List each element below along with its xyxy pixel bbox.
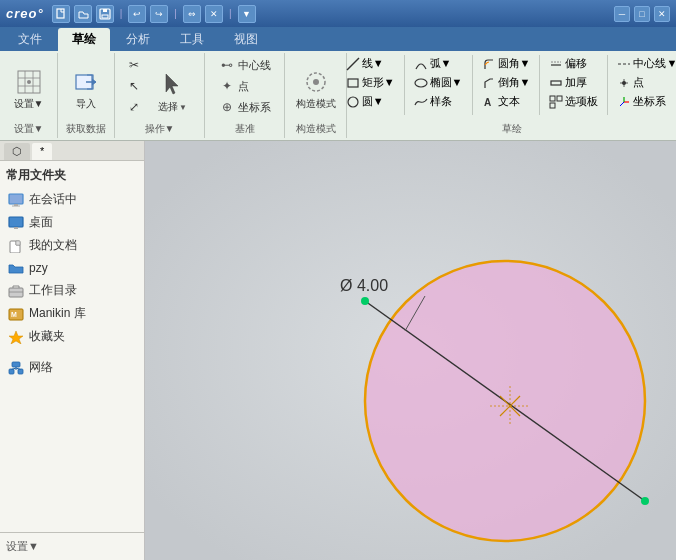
extra-btn[interactable]: ▼ bbox=[238, 5, 256, 23]
svg-rect-35 bbox=[14, 227, 18, 229]
sidebar-tab-star[interactable]: * bbox=[32, 143, 52, 160]
svg-rect-44 bbox=[9, 369, 14, 374]
network-label: 网络 bbox=[29, 359, 53, 376]
arc-icon bbox=[414, 57, 428, 71]
sketch-col1: 线▼ 矩形▼ 圆▼ bbox=[343, 55, 398, 110]
round-icon bbox=[482, 57, 496, 71]
select-btn[interactable]: 选择 ▼ bbox=[148, 62, 198, 124]
coord-btn[interactable]: ⊕ 坐标系 bbox=[215, 97, 275, 117]
tab-analysis[interactable]: 分析 bbox=[112, 28, 164, 51]
sidebar-tab-hex[interactable]: ⬡ bbox=[4, 143, 30, 160]
network-icon bbox=[8, 360, 24, 376]
tab-file[interactable]: 文件 bbox=[4, 28, 56, 51]
select-label: 选择 bbox=[158, 100, 178, 114]
point-btn[interactable]: ✦ 点 bbox=[215, 76, 275, 96]
tab-view[interactable]: 视图 bbox=[220, 28, 272, 51]
import-btn[interactable]: 导入 bbox=[64, 58, 108, 120]
endpoint-right bbox=[641, 497, 649, 505]
arc-btn[interactable]: 弧▼ bbox=[411, 55, 466, 72]
scissors-btn[interactable]: ✂ bbox=[122, 55, 146, 75]
folder-pzy-icon bbox=[8, 260, 24, 276]
sketch-col5: 中心线▼ 点 坐标系 bbox=[614, 55, 676, 110]
point-label: 点 bbox=[238, 79, 249, 94]
title-bar: creo° | ↩ ↪ | ⇔ ✕ | ▼ ─ □ ✕ bbox=[0, 0, 676, 27]
thicken-icon bbox=[549, 76, 563, 90]
session-label: 在会话中 bbox=[29, 191, 77, 208]
svg-rect-34 bbox=[9, 217, 23, 227]
sk-centerline-btn[interactable]: 中心线▼ bbox=[614, 55, 676, 72]
star-icon bbox=[8, 329, 24, 345]
sidebar-item-workdir[interactable]: 工作目录 bbox=[4, 279, 140, 302]
sidebar-item-pzy[interactable]: pzy bbox=[4, 257, 140, 279]
manikin-label: Manikin 库 bbox=[29, 305, 86, 322]
sidebar-item-network[interactable]: 网络 bbox=[4, 356, 140, 379]
open-btn[interactable] bbox=[74, 5, 92, 23]
mirror-btn[interactable]: ⇔ bbox=[183, 5, 201, 23]
point-icon: ✦ bbox=[219, 78, 235, 94]
group-base: ⊷ 中心线 ✦ 点 ⊕ 坐标系 基准 bbox=[205, 53, 285, 138]
chamfer-icon bbox=[482, 76, 496, 90]
save-btn[interactable] bbox=[96, 5, 114, 23]
sidebar-item-desktop[interactable]: 桌面 bbox=[4, 211, 140, 234]
svg-rect-3 bbox=[103, 9, 107, 12]
svg-rect-21 bbox=[550, 96, 555, 101]
tab-sketch[interactable]: 草绘 bbox=[58, 28, 110, 51]
svg-point-18 bbox=[415, 79, 427, 87]
undo-btn[interactable]: ↩ bbox=[128, 5, 146, 23]
svg-marker-12 bbox=[166, 74, 178, 94]
mirror-op-btn[interactable]: ⤢ bbox=[122, 97, 146, 117]
sidebar-settings-btn[interactable]: 设置▼ bbox=[4, 537, 140, 556]
group-get-data: 导入 获取数据 bbox=[58, 53, 115, 138]
redo-btn[interactable]: ↪ bbox=[150, 5, 168, 23]
svg-rect-22 bbox=[557, 96, 562, 101]
sketch-col4: 偏移 加厚 选项板 bbox=[546, 55, 601, 110]
sep-sketch-4 bbox=[607, 55, 608, 115]
window-close-btn[interactable]: ✕ bbox=[654, 6, 670, 22]
monitor-icon bbox=[8, 192, 24, 208]
minimize-btn[interactable]: ─ bbox=[614, 6, 630, 22]
line-btn[interactable]: 线▼ bbox=[343, 55, 398, 72]
rect-btn[interactable]: 矩形▼ bbox=[343, 74, 398, 91]
sidebar-item-session[interactable]: 在会话中 bbox=[4, 188, 140, 211]
sep-sketch-2 bbox=[472, 55, 473, 115]
sk-point-icon bbox=[617, 76, 631, 90]
close-btn[interactable]: ✕ bbox=[205, 5, 223, 23]
group-settings-label: 设置▼ bbox=[0, 122, 57, 136]
select-mode-btn[interactable]: ↖ bbox=[122, 76, 146, 96]
sk-point-btn[interactable]: 点 bbox=[614, 74, 676, 91]
round-btn[interactable]: 圆角▼ bbox=[479, 55, 534, 72]
spline-btn[interactable]: 样条 bbox=[411, 93, 466, 110]
sk-coord-icon bbox=[617, 95, 631, 109]
chamfer-btn[interactable]: 倒角▼ bbox=[479, 74, 534, 91]
sidebar-item-favorites[interactable]: 收藏夹 bbox=[4, 325, 140, 348]
construct-mode-btn[interactable]: 构造模式 bbox=[294, 58, 338, 120]
thicken-btn[interactable]: 加厚 bbox=[546, 74, 601, 91]
sidebar-item-manikin[interactable]: M Manikin 库 bbox=[4, 302, 140, 325]
endpoint-left bbox=[361, 297, 369, 305]
coord-label: 坐标系 bbox=[238, 100, 271, 115]
tab-tools[interactable]: 工具 bbox=[166, 28, 218, 51]
sidebar-section-title: 常用文件夹 bbox=[4, 167, 140, 184]
mirror-op-icon: ⤢ bbox=[126, 99, 142, 115]
sketch-col3: 圆角▼ 倒角▼ A 文本 bbox=[479, 55, 534, 110]
maximize-btn[interactable]: □ bbox=[634, 6, 650, 22]
svg-rect-23 bbox=[550, 103, 555, 108]
group-construct: 构造模式 构造模式 bbox=[285, 53, 347, 138]
ellipse-btn[interactable]: 椭圆▼ bbox=[411, 74, 466, 91]
centerline-btn[interactable]: ⊷ 中心线 bbox=[215, 55, 275, 75]
ellipse-icon bbox=[414, 76, 428, 90]
text-btn[interactable]: A 文本 bbox=[479, 93, 534, 110]
sk-coord-btn[interactable]: 坐标系 bbox=[614, 93, 676, 110]
favorites-label: 收藏夹 bbox=[29, 328, 65, 345]
ops-tools-col: ✂ ↖ ⤢ bbox=[122, 55, 146, 131]
svg-rect-43 bbox=[12, 362, 20, 367]
palette-btn[interactable]: 选项板 bbox=[546, 93, 601, 110]
grid-settings-btn[interactable]: 设置▼ bbox=[7, 58, 51, 120]
new-btn[interactable] bbox=[52, 5, 70, 23]
circle-btn[interactable]: 圆▼ bbox=[343, 93, 398, 110]
svg-point-17 bbox=[348, 97, 358, 107]
canvas-area[interactable]: Ø 4.00 bbox=[145, 141, 676, 560]
sidebar-item-documents[interactable]: 我的文档 bbox=[4, 234, 140, 257]
ribbon-tabs: 文件 草绘 分析 工具 视图 bbox=[0, 27, 676, 51]
offset-btn[interactable]: 偏移 bbox=[546, 55, 601, 72]
